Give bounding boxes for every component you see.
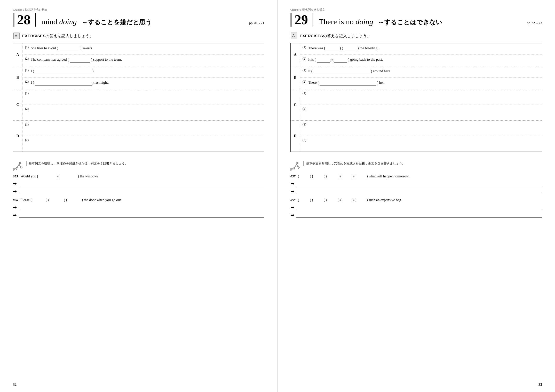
page-number-left: 32: [13, 383, 17, 387]
ex-group-d-right: D (1) (2): [291, 121, 542, 152]
lesson-title-left: mind doing: [41, 17, 77, 26]
ex-label-a-right: A: [291, 43, 300, 66]
ex-a1-left: (1) She tries to avoid () sweets.: [22, 43, 264, 55]
lesson-number-right: 29: [292, 13, 313, 27]
exercises-label-right: EXERCISESの答えを記入しましょう。: [300, 34, 371, 38]
svg-rect-9: [290, 168, 294, 169]
run-line-056-2: ➡: [13, 212, 264, 218]
ex-label-d-left: D: [13, 121, 22, 152]
pencil-icon-right: [290, 32, 298, 40]
exercises-section-title-right: EXERCISESの答えを記入しましょう。: [290, 32, 542, 40]
write-line-057-1: [296, 181, 542, 186]
left-page: Chapter 5 動名詞を含む構文 28 mind doing ～することを嫌…: [0, 0, 278, 392]
lesson-pages-right: pp.72～73: [527, 21, 542, 26]
svg-point-8: [296, 162, 298, 164]
lesson-number-left: 28: [14, 13, 36, 27]
svg-rect-10: [290, 169, 292, 170]
run-item-058: 058 ( ) ( ) ( ) ( ) ( ) such an expensiv…: [290, 198, 542, 218]
ex-group-a-content-right: (1) There was () () the bleeding. (2) It…: [300, 43, 542, 66]
run-section-right: 基本例文を暗唱し，穴埋めを完成させた後，例文を２回書きましょう。 057 ( )…: [290, 161, 542, 218]
run-item-056: 056 Please ( ) ( ) ( ) the door when you…: [13, 198, 264, 218]
lesson-pages-left: pp.70～71: [249, 21, 265, 26]
run-instruction-left: 基本例文を暗唱し，穴埋めを完成させた後，例文を２回書きましょう。: [26, 161, 128, 166]
ex-label-d-right: D: [291, 121, 300, 152]
ex-group-c-left: C (1) (2): [13, 89, 264, 121]
run-sentence-056: 056 Please ( ) ( ) ( ) the door when you…: [13, 198, 264, 202]
write-line-055-1: [19, 181, 264, 186]
run-line-057-1: ➡: [290, 181, 542, 186]
ex-label-c-left: C: [13, 89, 22, 120]
ex-c1-right: (1): [300, 89, 542, 105]
arrow-icon-057-2: ➡: [290, 189, 294, 194]
ex-group-c-content-left: (1) (2): [22, 89, 264, 120]
exercises-section-title-left: EXERCISESの答えを記入しましょう。: [13, 32, 264, 40]
ex-b1-left: (1) I ().: [22, 66, 264, 78]
lesson-header-left: 28 mind doing ～することを嫌だと思う pp.70～71: [13, 13, 264, 27]
ex-c1-left: (1): [22, 89, 264, 105]
lesson-title-right: There is no doing: [319, 17, 373, 26]
ex-d1-left: (1): [22, 121, 264, 136]
svg-rect-3: [13, 168, 16, 169]
ex-group-a-left: A (1) She tries to avoid () sweets. (2) …: [13, 43, 264, 66]
pencil-icon-left: [13, 32, 20, 40]
ex-group-b-content-right: (1) It () around here. (2) There () her.: [300, 66, 542, 89]
ex-group-c-content-right: (1) (2): [300, 89, 542, 120]
chapter-label-left: Chapter 5 動名詞を含む構文: [13, 8, 264, 12]
page-number-right: 33: [538, 383, 542, 387]
svg-rect-11: [290, 170, 291, 171]
ex-group-d-content-right: (1) (2): [300, 121, 542, 152]
run-line-058-1: ➡: [290, 205, 542, 210]
ex-d2-right: (2): [300, 136, 542, 152]
write-line-056-2: [19, 213, 264, 218]
svg-point-2: [19, 162, 21, 164]
run-header-left: 基本例文を暗唱し，穴埋めを完成させた後，例文を２回書きましょう。: [13, 161, 264, 171]
chapter-label-right: Chapter 5 動名詞を含む構文: [290, 8, 542, 12]
ex-group-b-content-left: (1) I (). (2) I () last night.: [22, 66, 264, 89]
arrow-icon-058-1: ➡: [290, 205, 294, 210]
ex-c2-right: (2): [300, 105, 542, 120]
run-line-055-1: ➡: [13, 181, 264, 186]
exercises-label-left: EXERCISESの答えを記入しましょう。: [22, 34, 93, 38]
svg-rect-4: [13, 169, 15, 170]
run-sentence-058: 058 ( ) ( ) ( ) ( ) ( ) such an expensiv…: [290, 198, 542, 202]
ex-d1-right: (1): [300, 121, 542, 136]
arrow-icon-057-1: ➡: [290, 181, 294, 186]
lesson-subtitle-right: ～することはできない: [378, 18, 442, 26]
run-item-055: 055 Would you ( ) ( ) the window? ➡ ➡: [13, 174, 264, 194]
write-line-055-2: [19, 189, 264, 194]
write-line-056-1: [19, 205, 264, 210]
run-line-058-2: ➡: [290, 212, 542, 218]
run-line-056-1: ➡: [13, 205, 264, 210]
arrow-icon-055-2: ➡: [13, 189, 17, 194]
write-line-058-1: [296, 205, 542, 210]
right-page: Chapter 5 動名詞を含む構文 29 There is no doing …: [278, 0, 555, 392]
ex-b1-right: (1) It () around here.: [300, 66, 542, 78]
ex-group-d-content-left: (1) (2): [22, 121, 264, 152]
ex-a2-left: (2) The company has agreed () support to…: [22, 55, 264, 66]
ex-c2-left: (2): [22, 105, 264, 120]
run-section-left: 基本例文を暗唱し，穴埋めを完成させた後，例文を２回書きましょう。 055 Wou…: [13, 161, 264, 218]
ex-d2-left: (2): [22, 136, 264, 152]
ex-b2-right: (2) There () her.: [300, 78, 542, 89]
ex-group-b-left: B (1) I (). (2) I () last night.: [13, 66, 264, 89]
exercises-table-right: A (1) There was () () the bleeding. (2) …: [290, 43, 542, 152]
ex-group-d-left: D (1) (2): [13, 121, 264, 152]
lesson-header-right: 29 There is no doing ～することはできない pp.72～73: [290, 13, 542, 27]
runner-icon-right: [290, 161, 301, 171]
ex-label-c-right: C: [291, 89, 300, 120]
arrow-icon-058-2: ➡: [290, 212, 294, 218]
run-line-057-2: ➡: [290, 189, 542, 194]
ex-group-c-right: C (1) (2): [291, 89, 542, 121]
ex-label-b-left: B: [13, 66, 22, 89]
arrow-icon-055-1: ➡: [13, 181, 17, 186]
ex-b2-left: (2) I () last night.: [22, 78, 264, 89]
run-instruction-right: 基本例文を暗唱し，穴埋めを完成させた後，例文を２回書きましょう。: [303, 161, 405, 166]
svg-rect-5: [13, 170, 14, 171]
ex-a2-right: (2) It is () () going back to the past.: [300, 55, 542, 66]
write-line-058-2: [296, 213, 542, 218]
run-header-right: 基本例文を暗唱し，穴埋めを完成させた後，例文を２回書きましょう。: [290, 161, 542, 171]
arrow-icon-056-2: ➡: [13, 212, 17, 218]
ex-group-b-right: B (1) It () around here. (2) There () he…: [291, 66, 542, 89]
ex-label-b-right: B: [291, 66, 300, 89]
run-sentence-057: 057 ( ) ( ) ( ) ( ) ( ) what will happen…: [290, 174, 542, 179]
